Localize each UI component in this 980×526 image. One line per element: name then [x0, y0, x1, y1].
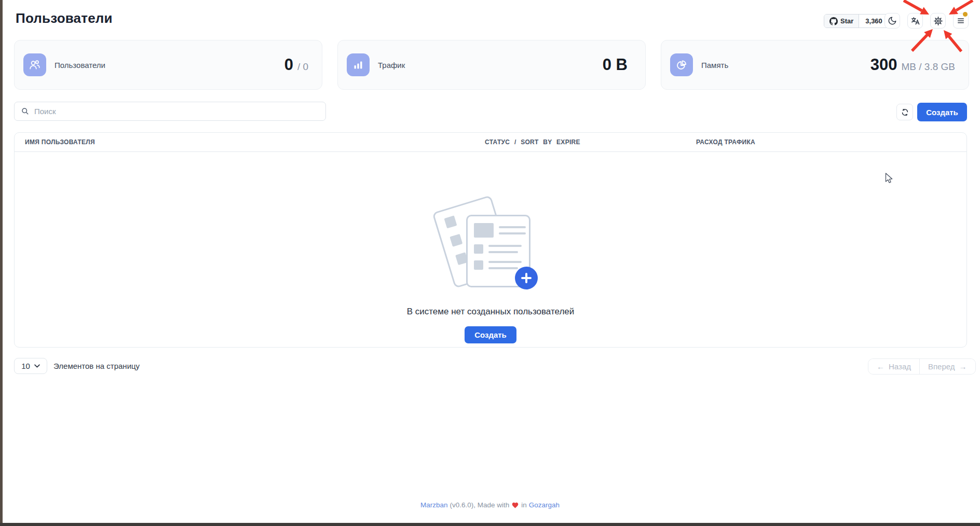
footer: Marzban (v0.6.0), Made with in Gozargah — [0, 501, 980, 509]
bar-chart-icon — [347, 53, 370, 76]
github-star-button[interactable]: Star — [824, 15, 859, 27]
next-page-button[interactable]: Вперед → — [920, 359, 975, 374]
stat-card-users: Пользователи 0/ 0 — [14, 40, 322, 90]
arrow-left-icon: ← — [877, 362, 884, 371]
documents-illustration — [436, 200, 545, 296]
marzban-users-page: Пользователи Star 3,360 — [0, 0, 980, 526]
plus-circle-icon — [515, 267, 538, 289]
stat-value: 300 — [870, 56, 897, 74]
stat-suffix: / 0 — [297, 61, 308, 73]
pie-chart-icon — [670, 53, 693, 76]
stats-cards: Пользователи 0/ 0 Трафик 0 B Память 300M… — [14, 40, 969, 90]
gozargah-link[interactable]: Gozargah — [529, 501, 560, 509]
language-button[interactable] — [907, 13, 923, 29]
stat-value: 0 — [284, 56, 293, 74]
window-bottom-edge — [0, 523, 980, 526]
table-header-row: ИМЯ ПОЛЬЗОВАТЕЛЯ СТАТУС / SORT BY EXPIRE… — [15, 133, 967, 152]
gear-icon — [933, 16, 943, 26]
github-star-label: Star — [840, 17, 853, 25]
search-input[interactable] — [34, 107, 319, 116]
refresh-button[interactable] — [896, 104, 913, 120]
settings-button[interactable] — [930, 13, 946, 29]
empty-state: В системе нет созданных пользователей Со… — [15, 152, 967, 343]
stat-label: Память — [701, 61, 728, 70]
search-box[interactable] — [14, 102, 326, 121]
stat-suffix: MB / 3.8 GB — [902, 61, 955, 73]
column-username[interactable]: ИМЯ ПОЛЬЗОВАТЕЛЯ — [15, 139, 485, 146]
refresh-icon — [901, 108, 909, 117]
arrow-right-icon: → — [959, 362, 967, 371]
hamburger-icon — [956, 16, 965, 25]
pagination-buttons: ← Назад Вперед → — [868, 358, 976, 375]
window-left-edge — [0, 0, 3, 526]
empty-message: В системе нет созданных пользователей — [407, 307, 575, 317]
footer-text: (v0.6.0), Made with — [450, 501, 509, 509]
marzban-link[interactable]: Marzban — [420, 501, 448, 509]
users-icon — [23, 53, 46, 76]
stat-card-memory: Память 300MB / 3.8 GB — [661, 40, 969, 90]
per-page-label: Элементов на страницу — [53, 362, 140, 370]
users-table: ИМЯ ПОЛЬЗОВАТЕЛЯ СТАТУС / SORT BY EXPIRE… — [14, 132, 967, 348]
heart-icon — [511, 502, 519, 509]
stat-value: 0 B — [603, 56, 628, 74]
chevron-down-icon — [34, 364, 40, 368]
stat-card-traffic: Трафик 0 B — [337, 40, 646, 90]
stat-label: Трафик — [378, 61, 405, 70]
notification-dot — [963, 12, 968, 17]
github-star-widget[interactable]: Star 3,360 — [824, 14, 889, 28]
page-title: Пользователи — [16, 10, 113, 26]
column-traffic-usage[interactable]: РАСХОД ТРАФИКА — [696, 139, 967, 146]
prev-page-button[interactable]: ← Назад — [868, 359, 920, 374]
github-octocat-icon — [829, 17, 838, 25]
create-button[interactable]: Создать — [917, 103, 967, 121]
search-icon — [21, 107, 30, 116]
column-status-sort-by-expire[interactable]: СТАТУС / SORT BY EXPIRE — [485, 139, 696, 146]
moon-icon — [888, 16, 897, 25]
page-size-select[interactable]: 10 — [14, 358, 47, 374]
stat-label: Пользователи — [55, 61, 105, 70]
translate-icon — [910, 16, 920, 26]
page-size-value: 10 — [21, 362, 30, 370]
dark-mode-button[interactable] — [884, 13, 900, 29]
empty-create-button[interactable]: Создать — [465, 326, 516, 343]
footer-in-text: in — [521, 501, 527, 509]
